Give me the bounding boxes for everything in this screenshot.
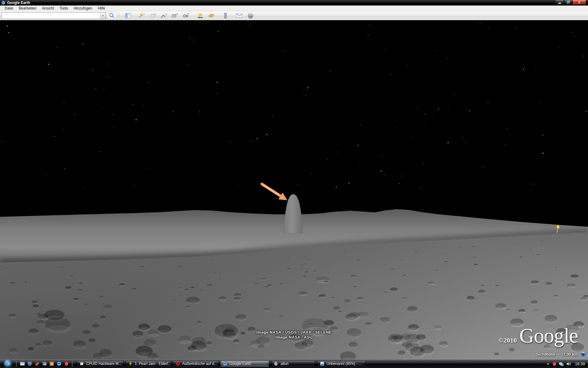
envelope-icon [236,13,243,18]
pushpin-plus-icon: + [139,13,145,19]
sun-icon [197,13,204,19]
menu-bar: DateiBearbeitenAnsichtToolsHinzufügenHil… [0,6,588,11]
search-input[interactable] [2,13,100,19]
task-button-1[interactable]: 1. Pearl Jam - Elderl... [126,360,171,367]
printer-icon [247,13,254,19]
toggle-sidebar-button[interactable] [123,12,133,20]
annotation-arrow [262,184,287,200]
quick-launch-show-desktop-icon[interactable] [19,360,26,367]
moon-scene [0,20,588,359]
quick-launch-stripes-app-icon[interactable] [33,360,41,367]
task-label: CPUID Hardware M... [86,362,122,366]
system-tray: < 18:39 [547,361,588,366]
status-label: Sichthöhe [536,352,555,357]
quick-launch [19,360,70,367]
quick-launch-opera-icon[interactable] [63,360,70,367]
task-button-4[interactable]: atlun [271,360,315,367]
opera-tray-icon[interactable] [552,361,557,366]
quick-launch-media-player-icon[interactable] [48,360,55,367]
menu-item-hilfe[interactable]: Hilfe [95,6,108,11]
task-button-5[interactable]: Unbenannt (85%) - ... [317,360,366,367]
google-logo: Google [519,324,578,347]
record-tour-button[interactable]: + [181,12,191,20]
minimize-button[interactable] [555,0,564,5]
email-button[interactable] [235,12,244,20]
window-controls: × [555,0,586,5]
cpuid-icon [79,361,84,366]
add-placemark-button[interactable]: + [137,12,147,20]
toolbar-separator [119,12,119,19]
toolbar: ▼ + + + + + [0,11,588,20]
svg-text:+: + [176,13,178,16]
menu-item-hinzufgen[interactable]: Hinzufügen [71,6,95,11]
streaming-indicator-icon [581,352,586,357]
google-watermark: ©2010 Google ™ [498,324,581,347]
sunlight-button[interactable] [195,12,205,20]
clock[interactable]: 18:39 [575,362,585,366]
print-button[interactable] [246,12,255,20]
image-overlay-plus-icon: + [172,13,179,19]
add-image-overlay-button[interactable]: + [170,12,180,20]
quick-launch-grip[interactable] [16,361,17,366]
menu-item-ansicht[interactable]: Ansicht [39,6,57,11]
search-combobox: ▼ [2,12,106,19]
add-polygon-button[interactable]: + [148,12,158,20]
menu-item-datei[interactable]: Datei [2,6,16,11]
task-label: Unbenannt (85%) - ... [326,362,362,366]
task-button-3[interactable]: Google Earth [220,360,269,367]
polygon-plus-icon: + [150,13,156,19]
task-button-2[interactable]: Außerirdische auf d... [173,360,218,367]
volume-icon[interactable] [566,361,571,366]
quick-launch-flip3d-icon[interactable] [41,360,48,367]
image-viewer-icon [320,361,325,366]
menu-item-bearbeiten[interactable]: Bearbeiten [16,6,39,11]
star-field [2,22,586,189]
opera-page-icon [175,361,180,366]
menu-item-tools[interactable]: Tools [57,6,71,11]
windows-flag-icon [6,362,10,366]
task-label: atlun [281,362,288,366]
trademark-symbol: ™ [578,326,581,329]
status-value: 7.30 km [563,352,578,357]
quick-launch-google-earth-icon[interactable] [55,360,63,367]
path-plus-icon: + [161,13,168,19]
search-magnifier-icon [109,13,115,19]
task-label: Google Earth [229,362,251,366]
start-button[interactable] [4,360,12,368]
combo-dropdown-button[interactable]: ▼ [100,13,105,19]
window-title: Google Earth [7,1,30,5]
restore-icon [567,1,570,3]
svg-text:+: + [143,13,145,16]
google-earth-app-icon [1,1,6,5]
sidebar-panel-icon [125,13,131,18]
status-overlay: Sichthöhe 7.30 km [536,352,586,357]
add-path-button[interactable]: + [159,12,169,20]
svg-text:+: + [154,13,156,16]
network-icon[interactable] [559,361,564,366]
taskband-grip[interactable] [72,361,73,366]
ruler-button[interactable] [221,12,230,20]
minimize-icon [558,3,561,4]
google-earth-icon [223,361,228,366]
moon-icon [274,361,279,366]
earth-viewport[interactable]: Image NASA / USGS / JAXA / SELENE Image … [0,20,588,359]
task-label: 1. Pearl Jam - Elderl... [135,362,171,366]
planets-button[interactable] [206,12,216,20]
tray-icons [552,361,573,366]
taskbar: CPUID Hardware M...1. Pearl Jam - Elderl… [0,359,588,368]
record-tour-plus-icon: + [183,13,190,19]
close-button[interactable]: × [572,0,586,5]
svg-text:+: + [187,13,189,15]
screen: Google Earth × DateiBearbeitenAnsichtToo… [0,0,588,368]
task-button-0[interactable]: CPUID Hardware M... [77,360,123,367]
svg-text:+: + [165,13,167,16]
quick-launch-switch-windows-icon[interactable] [26,360,33,367]
restore-button[interactable] [564,0,572,5]
tray-expand-chevron[interactable]: < [547,362,549,366]
copyright-text: ©2010 [498,336,517,344]
saturn-planet-icon [208,13,215,19]
search-button[interactable] [107,12,117,20]
ruler-icon [222,13,228,19]
task-area: CPUID Hardware M...1. Pearl Jam - Elderl… [77,360,368,367]
title-bar: Google Earth × [0,0,588,6]
